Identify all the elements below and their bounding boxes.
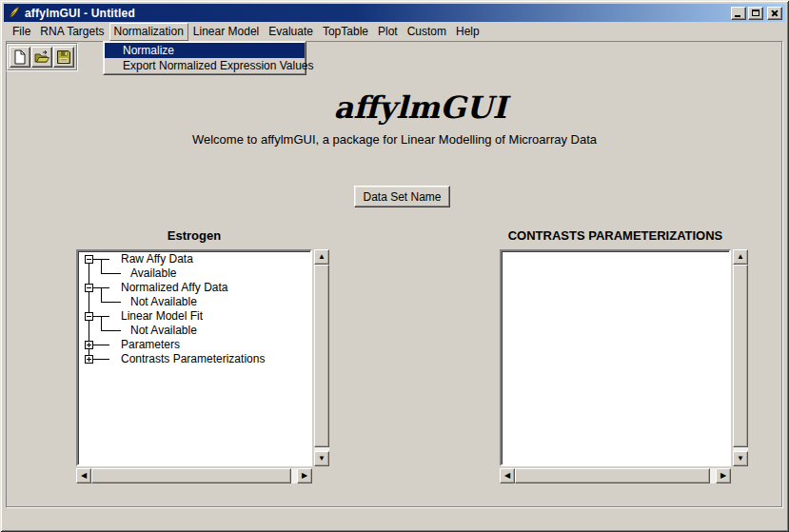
scroll-right-button[interactable]: ▶ [716,468,731,483]
app-title: affylmGUI [26,89,789,126]
tree-item-parameters[interactable]: Parameters [121,338,180,352]
tree-expand-icon[interactable] [85,355,93,364]
menu-help[interactable]: Help [451,23,484,41]
data-set-name-button[interactable]: Data Set Name [354,186,450,207]
scroll-right-button[interactable]: ▶ [297,468,312,483]
horizontal-scrollbar-thumb[interactable] [515,468,710,483]
dropdown-frame: Normalize Export Normalized Expression V… [104,42,306,74]
horizontal-scrollbar-thumb[interactable] [91,468,291,483]
tree-item-linear-model-status[interactable]: Not Available [130,324,197,338]
left-horizontal-scrollbar[interactable]: ◀ ▶ [76,468,312,483]
minimize-icon [735,15,740,17]
scroll-up-button[interactable]: ▲ [733,249,748,265]
menu-item-export-normalized[interactable]: Export Normalized Expression Values [105,58,305,73]
menu-evaluate[interactable]: Evaluate [264,23,318,41]
right-panel-title: CONTRASTS PARAMETERIZATIONS [500,228,731,244]
tree-item-contrasts-parameterizations[interactable]: Contrasts Parameterizations [121,352,265,366]
menu-custom[interactable]: Custom [403,23,451,41]
close-button[interactable] [767,7,782,20]
new-file-button[interactable] [10,47,30,68]
toolbar [6,43,78,71]
tree-item-linear-model-fit[interactable]: Linear Model Fit [121,309,203,324]
open-file-button[interactable] [31,47,52,68]
right-arrow-icon: ▶ [720,472,726,480]
tree-expand-icon[interactable] [85,341,93,349]
vertical-scrollbar-thumb[interactable] [733,265,748,447]
menu-item-normalize[interactable]: Normalize [105,43,305,58]
vertical-scrollbar-thumb[interactable] [314,265,329,447]
left-arrow-icon: ◀ [81,472,87,480]
new-document-icon [11,49,29,66]
tree-collapse-icon[interactable] [85,312,93,321]
right-vertical-scrollbar[interactable]: ▲ ▼ [733,249,748,466]
welcome-text: Welcome to affylmGUI, a package for Line… [0,132,789,147]
menu-linear-model[interactable]: Linear Model [188,23,264,41]
tree-collapse-icon[interactable] [85,255,93,264]
open-file-icon [33,49,50,66]
application-window: affylmGUI - Untitled File RNA Targets No… [0,0,789,532]
right-horizontal-scrollbar[interactable]: ◀ ▶ [500,468,731,483]
contrasts-listbox[interactable] [500,249,731,466]
tree-item-raw-affy-data[interactable]: Raw Affy Data [121,252,193,266]
menu-toptable[interactable]: TopTable [318,23,373,41]
maximize-button[interactable] [748,7,763,20]
menu-file[interactable]: File [8,23,35,41]
window-title: affylmGUI - Untitled [25,7,731,20]
tree-item-normalized-status[interactable]: Not Available [130,295,197,309]
right-arrow-icon: ▶ [302,472,307,480]
tree-item-raw-affy-status[interactable]: Available [130,266,176,281]
menu-rna-targets[interactable]: RNA Targets [35,23,108,41]
scroll-down-button[interactable]: ▼ [733,451,748,466]
menu-normalization[interactable]: Normalization [109,23,188,41]
up-arrow-icon: ▲ [318,253,325,261]
scroll-down-button[interactable]: ▼ [314,451,329,466]
toolbar-frame [7,44,77,70]
title-bar[interactable]: affylmGUI - Untitled [4,4,785,22]
left-vertical-scrollbar[interactable]: ▲ ▼ [314,249,329,466]
save-file-icon [55,49,72,66]
tree-collapse-icon[interactable] [85,284,93,292]
menu-bar: File RNA Targets Normalization Linear Mo… [4,22,785,41]
down-arrow-icon: ▼ [318,455,325,463]
scroll-left-button[interactable]: ◀ [500,468,515,483]
maximize-icon [752,10,759,16]
scroll-up-button[interactable]: ▲ [314,249,329,265]
menu-plot[interactable]: Plot [373,23,403,41]
save-file-button[interactable] [53,47,74,68]
down-arrow-icon: ▼ [737,455,744,463]
tree-item-normalized-affy-data[interactable]: Normalized Affy Data [121,281,228,295]
left-arrow-icon: ◀ [504,472,510,480]
feather-icon[interactable] [7,6,21,20]
up-arrow-icon: ▲ [737,253,744,261]
normalization-dropdown-menu: Normalize Export Normalized Expression V… [103,41,306,75]
left-panel-title: Estrogen [76,228,312,244]
scroll-left-button[interactable]: ◀ [76,468,91,483]
window-controls [731,7,782,20]
minimize-button[interactable] [731,7,746,20]
